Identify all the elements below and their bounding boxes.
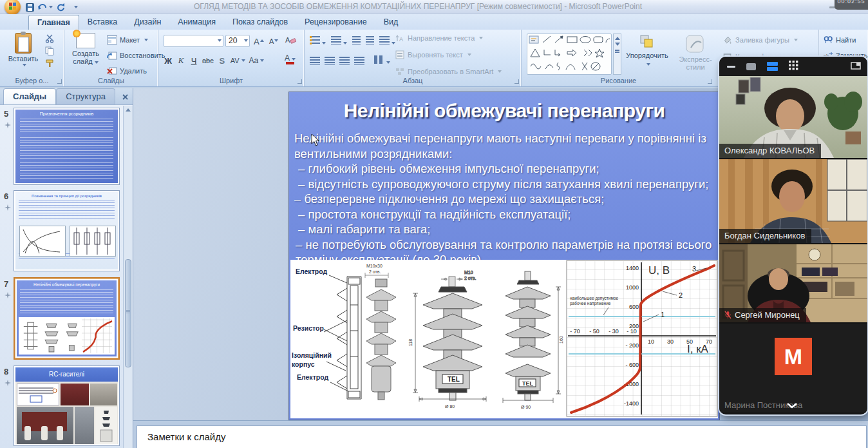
italic-button[interactable]: К <box>175 54 187 67</box>
tab-retsenzirovanie[interactable]: Рецензирование <box>296 15 375 30</box>
slide-5-thumbnail[interactable]: Призначення розрядників <box>14 108 120 185</box>
font-dialog-launcher[interactable] <box>297 79 302 84</box>
participant-video-2[interactable]: Богдан Сидельников <box>719 159 867 243</box>
decrease-indent-button[interactable] <box>352 35 361 47</box>
numbering-button[interactable] <box>331 35 347 47</box>
svg-text:- 200: - 200 <box>625 342 639 349</box>
tab-dizayn[interactable]: Дизайн <box>126 15 169 30</box>
drawing-dialog-launcher[interactable] <box>708 79 712 84</box>
redo-button[interactable] <box>55 2 66 12</box>
svg-text:Резистор: Резистор <box>293 324 324 332</box>
clipboard-group: Вставить Буфер о... <box>0 30 64 86</box>
line-spacing-button[interactable] <box>379 35 395 47</box>
tab-glavnaya[interactable]: Главная <box>28 15 79 30</box>
character-spacing-button[interactable]: AV <box>229 54 247 67</box>
format-painter-button[interactable] <box>45 59 54 71</box>
underline-button[interactable]: Ч <box>188 54 200 67</box>
clipboard-dialog-launcher[interactable] <box>57 79 62 84</box>
slide-bullet: – відсутність супроводжуючого струму піс… <box>294 177 715 192</box>
arrester-figure-small: М10 2 отв. <box>408 260 498 418</box>
copy-button[interactable] <box>45 46 54 58</box>
participant-video-4[interactable]: M Марина Постникова <box>719 324 867 413</box>
paragraph-dialog-launcher[interactable] <box>514 79 519 84</box>
close-panel-button[interactable] <box>120 92 129 101</box>
slide-8-thumbnail[interactable]: RC-гасителі <box>14 365 120 446</box>
grow-font-button[interactable]: А <box>252 35 265 48</box>
scrollbar-thumb[interactable] <box>125 259 131 367</box>
minimize-panel-icon[interactable] <box>727 66 735 68</box>
font-color-button[interactable]: А <box>285 54 296 64</box>
bullets-button[interactable] <box>310 35 326 47</box>
shapes-gallery[interactable] <box>527 34 612 75</box>
current-slide-canvas[interactable]: Нелінійні обмежувачі перенапруги Неліній… <box>288 92 720 420</box>
align-left-button[interactable] <box>310 57 320 65</box>
participant-video-1[interactable]: Олександр КОВАЛЬОВ <box>719 76 867 158</box>
convert-to-smartart-button[interactable]: Преобразовать в SmartArt <box>395 67 502 76</box>
svg-text:- 10: - 10 <box>627 328 637 335</box>
volt-ampere-chart: 1400 1000 600 200 - 200 - 600 -1000 -140… <box>566 260 719 418</box>
svg-text:М10х30: М10х30 <box>366 264 382 268</box>
video-conference-panel: Олександр КОВАЛЬОВ Богдан Сидельнико <box>719 57 867 414</box>
justify-button[interactable] <box>354 57 364 65</box>
qat-customize-button[interactable] <box>71 2 79 12</box>
tab-slides-thumbnails[interactable]: Слайды <box>3 88 56 104</box>
align-center-button[interactable] <box>325 57 335 65</box>
quick-styles-button[interactable]: Экспресс-стили <box>671 34 720 71</box>
gallery-view-icon[interactable] <box>767 62 778 71</box>
shape-fill-button[interactable]: Заливка фигуры <box>722 35 798 44</box>
notes-input[interactable]: Заметки к слайду <box>137 425 867 448</box>
svg-text:- 600: - 600 <box>625 362 639 368</box>
new-slide-icon <box>76 33 95 48</box>
text-shadow-button[interactable]: S <box>216 54 228 67</box>
tab-outline[interactable]: Структура <box>56 88 115 104</box>
layout-button[interactable]: Макет <box>107 35 148 44</box>
align-right-button[interactable] <box>339 57 350 65</box>
popout-icon[interactable] <box>851 61 861 72</box>
cut-button[interactable] <box>45 34 55 46</box>
columns-button[interactable] <box>374 55 390 66</box>
find-button[interactable]: Найти <box>823 35 856 44</box>
increase-indent-button[interactable] <box>366 35 374 47</box>
align-text-button[interactable]: Выровнять текст <box>395 50 471 59</box>
text-direction-button[interactable]: А Направление текста <box>395 34 483 43</box>
font-size-combo[interactable]: 20 <box>225 35 250 47</box>
slide-7-animation-icon <box>5 289 11 301</box>
muted-mic-icon <box>724 311 731 319</box>
slide-7-thumbnail-selected[interactable]: Нелінійні обмежувачі перенапруги <box>14 277 120 360</box>
tab-vstavka[interactable]: Вставка <box>79 15 126 30</box>
svg-text:Ø 80: Ø 80 <box>445 404 455 409</box>
svg-text:30: 30 <box>667 338 674 345</box>
arrange-button[interactable]: Упорядочить <box>625 34 670 67</box>
delete-slide-button[interactable]: Удалить <box>107 66 147 75</box>
shapes-scrollbar[interactable] <box>613 34 621 75</box>
participant-video-3[interactable]: Сергей Миронец <box>719 244 867 322</box>
new-slide-button[interactable]: Создать слайд <box>67 33 104 65</box>
tab-pokaz-slaydov[interactable]: Показ слайдов <box>224 15 296 30</box>
slides-panel-scrollbar[interactable] <box>123 106 133 448</box>
tab-animatsiya[interactable]: Анимация <box>169 15 224 30</box>
svg-text:- 70: - 70 <box>570 328 580 335</box>
reset-slide-button[interactable]: Восстановить <box>107 51 165 60</box>
save-button[interactable] <box>24 2 35 12</box>
collapse-chevron-icon[interactable] <box>786 400 798 411</box>
slide-6-thumbnail[interactable]: Позначення та принцип дії розрядників <box>14 190 120 271</box>
strikethrough-button[interactable]: abc <box>201 54 215 67</box>
close-icon <box>122 94 128 100</box>
shrink-font-button[interactable]: А <box>268 35 279 48</box>
office-button[interactable] <box>5 0 21 15</box>
tab-vid[interactable]: Вид <box>375 15 407 30</box>
svg-text:118: 118 <box>408 339 413 346</box>
scroll-up-arrow[interactable] <box>126 108 131 112</box>
clear-formatting-button[interactable]: A <box>285 35 297 46</box>
paste-button[interactable]: Вставить <box>5 33 41 66</box>
powerpoint-window: ОГЛЯД МЕТОДІВ ТА ЗОСОБІВ ОБМЕЖЕННЯ КОМУТ… <box>0 0 868 448</box>
grid-view-icon[interactable] <box>789 61 798 73</box>
svg-text:М10: М10 <box>464 270 473 275</box>
speaker-view-icon[interactable] <box>746 63 756 70</box>
slide-bullet: – безперервне підключення до мережі що з… <box>294 191 715 207</box>
undo-button[interactable] <box>37 2 53 12</box>
svg-text:600: 600 <box>629 304 639 310</box>
bold-button[interactable]: Ж <box>162 54 174 67</box>
font-name-combo[interactable] <box>164 35 223 47</box>
change-case-button[interactable]: Aa <box>248 54 266 67</box>
